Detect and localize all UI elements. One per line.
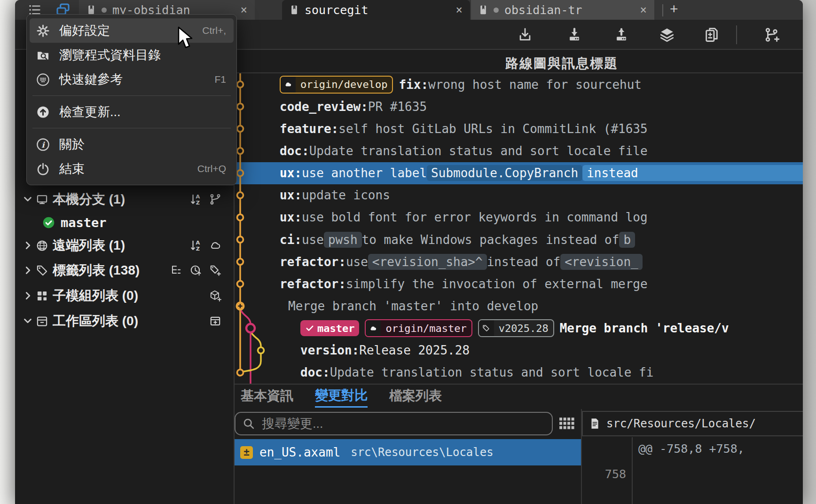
commit-row[interactable]: ux: use bold font for error keywords in … — [235, 206, 803, 228]
sidebar-section-遠端列表[interactable]: 遠端列表 (1)AZ — [15, 233, 234, 258]
menu-item-label: 結束 — [59, 160, 85, 177]
sort-az-icon[interactable]: AZ — [189, 239, 202, 252]
new-branch-icon[interactable] — [764, 27, 780, 43]
commit-row[interactable]: ci: use pwsh to make Windows packages in… — [235, 228, 803, 251]
commit-message-segment: Update translation status and sort local… — [309, 144, 648, 158]
ref-badge-master[interactable]: master — [300, 320, 359, 336]
close-tab-icon[interactable]: × — [456, 3, 463, 16]
ref-badge-origin/master[interactable]: origin/master — [365, 319, 472, 337]
sidebar-section-本機分支[interactable]: 本機分支 (1)AZ — [15, 187, 234, 212]
file-path: src\Resources\Locales — [351, 446, 493, 459]
close-tab-icon[interactable]: × — [640, 3, 647, 16]
commit-message-segment: ux: — [280, 166, 302, 180]
menu-shortcut: F1 — [214, 74, 226, 85]
add-remote-icon[interactable] — [209, 239, 221, 252]
arrow-up-circle-icon — [36, 105, 50, 119]
mouse-cursor — [177, 26, 196, 51]
commit-row[interactable]: masterorigin/masterv2025.28Merge branch … — [235, 317, 803, 339]
commit-row[interactable]: doc: Update translation status and sort … — [235, 140, 803, 162]
menu-item-檢查更新...[interactable]: 檢查更新... — [30, 100, 234, 124]
toolbar-divider — [736, 25, 737, 44]
fetch-icon[interactable] — [517, 27, 533, 43]
diff-panel: src/Resources/Locales/ @@ -758,8 +758, 7… — [581, 385, 803, 504]
bookmark-icon — [479, 4, 488, 16]
section-label: 標籤列表 (138) — [53, 261, 140, 279]
search-placeholder: 搜尋變更... — [262, 415, 323, 432]
svg-text:i: i — [41, 140, 45, 149]
push-icon[interactable] — [613, 27, 629, 43]
apply-patch-icon[interactable] — [704, 27, 720, 43]
detail-tab-基本資訊[interactable]: 基本資訊 — [241, 387, 293, 407]
commit-row[interactable]: feature: self host GitLab URLs in Commit… — [235, 118, 803, 140]
section-label: 子模組列表 (0) — [53, 287, 138, 305]
menu-item-label: 偏好設定 — [59, 22, 110, 39]
commit-message-segment: <revision_ — [560, 254, 643, 270]
commit-row[interactable]: refactor: use <revision_sha>^ instead of… — [235, 251, 803, 273]
chevron-right-icon[interactable] — [22, 239, 34, 252]
sidebar-section-子模組列表[interactable]: 子模組列表 (0) — [15, 283, 234, 308]
chevron-down-icon[interactable] — [22, 315, 34, 327]
tree-view-icon[interactable] — [170, 264, 182, 276]
chevron-right-icon[interactable] — [22, 264, 34, 276]
section-label: 工作區列表 (0) — [53, 312, 138, 330]
new-tab-button[interactable]: + — [670, 1, 678, 17]
repository-tab[interactable]: obsidian-tr× — [471, 0, 654, 20]
menu-item-快速鍵參考[interactable]: 快速鍵參考F1 — [30, 67, 234, 92]
ref-badge-origin/develop[interactable]: origin/develop — [280, 76, 393, 94]
commit-row[interactable]: refactor: simplify the invocation of ext… — [235, 273, 803, 295]
commit-message-segment: to make Windows packages instead of — [362, 233, 620, 247]
sort-az-icon[interactable]: AZ — [189, 193, 202, 205]
globe-icon — [36, 239, 48, 252]
change-view-mode-icon[interactable] — [558, 416, 574, 432]
commit-message-segment: PR #1635 — [368, 100, 427, 114]
sidebar-section-標籤列表[interactable]: 標籤列表 (138) — [15, 258, 234, 283]
branch-item-master[interactable]: master — [15, 212, 234, 233]
detail-tab-檔案列表[interactable]: 檔案列表 — [389, 387, 442, 407]
sort-time-icon[interactable] — [189, 264, 202, 276]
commit-row[interactable]: ux: use another label Submodule.CopyBran… — [235, 162, 803, 184]
changed-file-row[interactable]: ±en_US.axamlsrc\Resources\Locales — [235, 439, 581, 465]
detail-tab-變更對比[interactable]: 變更對比 — [315, 386, 368, 408]
commit-row[interactable]: origin/developfix: wrong host name for s… — [235, 73, 803, 95]
diff-file-header: src/Resources/Locales/ — [582, 411, 803, 436]
commit-row[interactable]: doc: Update translation status and sort … — [235, 362, 803, 384]
tab-label: sourcegit — [305, 3, 368, 17]
menu-item-偏好設定[interactable]: 偏好設定Ctrl+, — [30, 18, 234, 43]
search-changes-input[interactable]: 搜尋變更... — [235, 412, 553, 435]
commit-message-segment: refactor: — [280, 277, 346, 291]
commit-message-segment: Merge branch 'release/v — [560, 321, 729, 335]
sidebar-section-工作區列表[interactable]: 工作區列表 (0) — [15, 308, 234, 334]
menu-item-關於[interactable]: i關於 — [30, 132, 234, 157]
close-tab-icon[interactable]: × — [241, 3, 247, 16]
commit-row[interactable]: ux: update icons — [235, 184, 803, 206]
menu-item-label: 檢查更新... — [59, 103, 121, 120]
commit-row[interactable]: Merge branch 'master' into develop — [235, 295, 803, 317]
add-submodule-icon[interactable] — [209, 290, 221, 302]
diff-lineno-divider — [632, 437, 633, 504]
menu-item-瀏覽程式資料目錄[interactable]: 瀏覽程式資料目錄 — [30, 43, 234, 67]
commit-list: origin/developfix: wrong host name for s… — [235, 73, 803, 384]
svg-text:Z: Z — [196, 245, 200, 252]
ref-badge-v2025.28[interactable]: v2025.28 — [478, 319, 554, 337]
commit-message-segment: Release 2025.28 — [359, 343, 470, 357]
stash-icon[interactable] — [659, 27, 675, 43]
commit-message-segment: simplify the invocation of external merg… — [346, 277, 648, 291]
monitor-icon — [36, 193, 48, 206]
ref-name: origin/develop — [296, 79, 392, 90]
commit-message-segment: pwsh — [324, 232, 362, 248]
commit-message-segment: use another label — [302, 166, 427, 180]
menu-item-結束[interactable]: 結束Ctrl+Q — [30, 157, 234, 181]
pull-icon[interactable] — [566, 27, 582, 43]
section-label: 本機分支 (1) — [53, 190, 125, 208]
commit-row[interactable]: code_review: PR #1635 — [235, 95, 803, 118]
chevron-right-icon[interactable] — [22, 290, 34, 302]
menu-shortcut: Ctrl+, — [202, 25, 226, 36]
history-header-label: 路線圖與訊息標題 — [505, 55, 618, 72]
branch-compare-icon[interactable] — [209, 193, 221, 205]
repository-tab[interactable]: sourcegit× — [282, 0, 470, 20]
chevron-down-icon[interactable] — [22, 193, 34, 205]
commit-message-segment: self host GitLab URLs in CommitLink (#16… — [338, 122, 647, 136]
add-tag-icon[interactable] — [209, 264, 221, 276]
add-worktree-icon[interactable] — [209, 315, 221, 327]
commit-row[interactable]: version: Release 2025.28 — [235, 339, 803, 362]
